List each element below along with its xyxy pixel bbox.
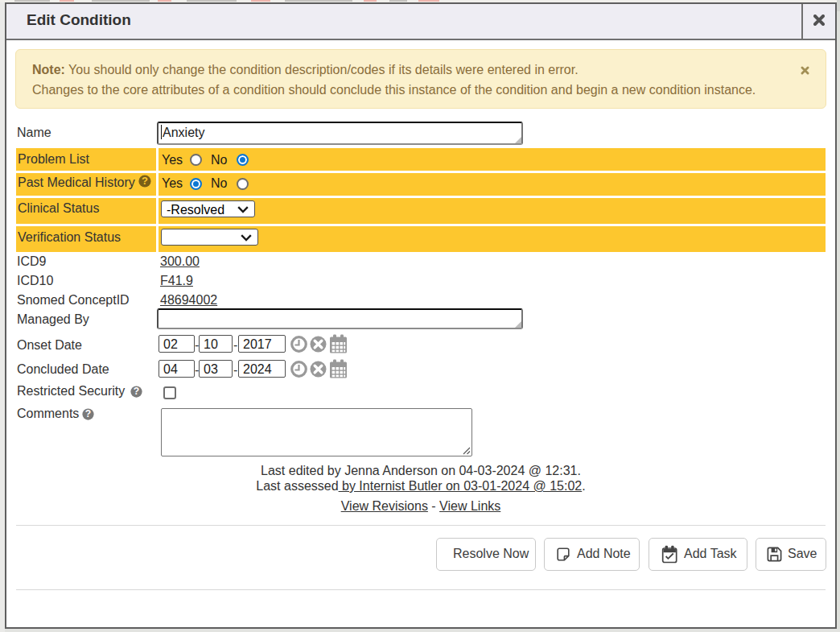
- svg-text:?: ?: [85, 408, 91, 419]
- svg-text:?: ?: [142, 175, 148, 187]
- svg-text:?: ?: [134, 386, 139, 397]
